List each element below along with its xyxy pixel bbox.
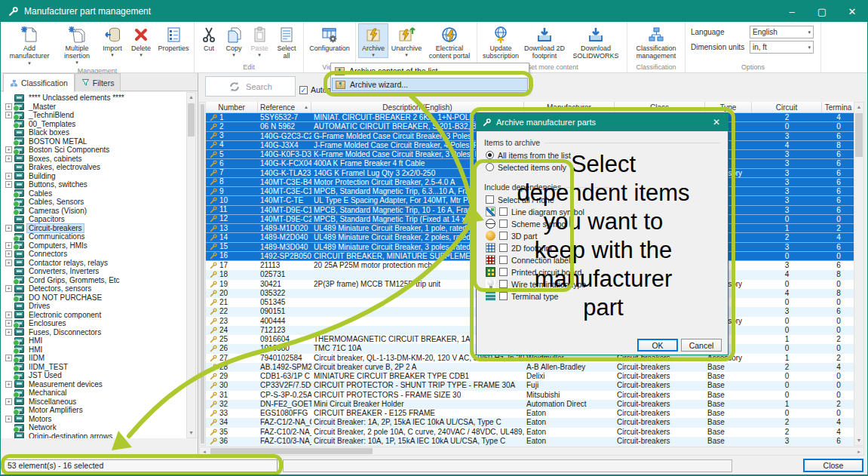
tree-item[interactable]: + Motor Amplifiers (1, 406, 186, 415)
language-select[interactable]: English▾ (750, 26, 814, 38)
close-button[interactable]: Close (803, 459, 863, 472)
table-row[interactable]: 30 CP33V2F/7.5DC CIRCUIT PROTECTOR - SHU… (206, 381, 855, 390)
tree-item[interactable]: + Converters, Inverters (1, 267, 186, 276)
tree-item[interactable]: + Measurement devices (1, 380, 186, 389)
tree-item[interactable]: + Fuses, Disconnectors (1, 328, 186, 337)
grid-vertical-scrollbar[interactable]: ▲ ▼ (854, 102, 864, 446)
expand-toggle[interactable]: + (5, 173, 12, 180)
tab-filters[interactable]: Filters (75, 73, 121, 91)
tree-item[interactable]: + HMI (1, 345, 186, 355)
archive-button[interactable]: Archive ▾ (358, 23, 388, 58)
update-subscription-button[interactable]: Update subscription (480, 23, 522, 60)
tree-item[interactable]: + Detectors, sensors (1, 284, 186, 293)
tree-item[interactable]: + Circuit-breakers (1, 224, 186, 233)
tree-item[interactable]: + Cord Grips, Grommets, Etc (1, 276, 186, 285)
expand-toggle[interactable]: + (5, 103, 12, 110)
cancel-button[interactable]: Cancel (681, 339, 722, 352)
tree-item[interactable]: + _Master (1, 103, 186, 112)
tree-item[interactable]: + **** Unclassed elements **** (1, 94, 186, 103)
tree-item[interactable]: + HMI (1, 336, 186, 345)
tree-item[interactable]: + IIDM (1, 354, 186, 363)
add-manufacturer-part-button[interactable]: Add manufacturer part ▾ (3, 23, 56, 66)
menu-item-archive-content[interactable]: Archive content of the list (332, 64, 528, 78)
menu-item-archive-wizard[interactable]: Archive wizard... (332, 78, 528, 91)
table-row[interactable]: 36 FAZ-C10/3-NA_G... Circuit Breaker: 10… (206, 437, 855, 446)
tree-item[interactable]: + Mechanical (1, 388, 186, 398)
configuration-button[interactable]: Configuration (306, 23, 353, 53)
tree-item[interactable]: + Electronic component (1, 311, 186, 320)
expand-toggle[interactable]: + (5, 225, 12, 232)
expand-toggle[interactable]: + (5, 146, 12, 153)
expand-toggle[interactable]: + (5, 112, 12, 118)
tree-item[interactable]: + Buttons, switches (1, 180, 186, 189)
tree-item[interactable]: + Origin-destination arrows (1, 432, 186, 439)
column-header-circuit[interactable]: Circuit (752, 102, 822, 112)
expand-toggle[interactable]: + (5, 355, 12, 361)
copy-button[interactable]: Copy ▾ (221, 23, 247, 58)
expand-toggle[interactable]: + (5, 250, 12, 257)
table-row[interactable]: 34 FAZ-C1/2-NA_GOET Circuit Breaker: 1A,… (206, 418, 855, 427)
delete-button[interactable]: Delete ▾ (127, 23, 155, 58)
unarchive-button[interactable]: Unarchive ▾ (388, 23, 425, 58)
expand-toggle[interactable]: + (5, 320, 12, 327)
column-header-number[interactable]: Number (206, 102, 258, 112)
tree-item[interactable]: + Brakes, electrovalves (1, 163, 186, 172)
download-solidworks-3d-part-button[interactable]: Download SOLIDWORKS 3D part (567, 23, 624, 61)
table-row[interactable]: 33 EGS1080FFG CIRCUIT BREAKER - E125 FRA… (206, 409, 855, 418)
expand-toggle[interactable]: + (5, 312, 12, 318)
tree-item[interactable]: + _TechniBlend (1, 111, 186, 120)
table-row[interactable]: 29 CDB1-63/1P C 25A MINIATURE CIRCUIT BR… (206, 372, 855, 381)
tree-item[interactable]: + Boston Sci Components (1, 146, 186, 155)
expand-toggle[interactable]: + (5, 329, 12, 336)
download-2d-footprint-button[interactable]: Download 2D footprint (522, 23, 567, 60)
tree-item[interactable]: + Connectors (1, 250, 186, 259)
column-header-manufacturer[interactable]: Manufacturer (524, 102, 615, 112)
tree-item[interactable]: + Cameras (Vision) (1, 207, 186, 216)
classification-management-button[interactable]: Classification management (630, 23, 682, 60)
search-button[interactable]: Search (205, 76, 296, 97)
table-row[interactable]: 31 CP-S-3P-0.25A CIRCUIT PROTECTORS - FR… (206, 391, 855, 400)
table-row[interactable]: 28 AB.1492-SPM2B020 Circuit breaker curv… (206, 363, 855, 372)
expand-toggle[interactable]: + (5, 381, 12, 388)
import-button[interactable]: Import ▾ (98, 23, 127, 58)
maximize-button[interactable]: ▢ (807, 1, 837, 22)
tree-item[interactable]: + BOSTON METAL (1, 137, 186, 146)
tree-item[interactable]: + Boxes, cabinets (1, 155, 186, 164)
column-header-description[interactable]: Description (English) (311, 102, 524, 112)
ok-button[interactable]: OK (637, 339, 678, 352)
column-header-type[interactable]: Type (705, 102, 752, 112)
column-header-reference[interactable]: Reference▲ (258, 102, 311, 112)
grid-horizontal-scrollbar[interactable]: ◂ ▸ (199, 447, 864, 456)
expand-toggle[interactable]: + (5, 181, 12, 188)
tree-item[interactable]: + Cables, Sensors (1, 198, 186, 207)
tab-classification[interactable]: Classification (3, 73, 75, 92)
tree-item[interactable]: + 00_Templates (1, 120, 186, 129)
tree-item[interactable]: + Drives (1, 302, 186, 311)
table-row[interactable]: 32 DN-FE2_GOET Mini Circuit Breaker Hold… (206, 400, 855, 409)
properties-button[interactable]: Properties (155, 23, 192, 53)
tree-item[interactable]: + Building (1, 172, 186, 181)
tree-item[interactable]: + IIDM_TEST (1, 363, 186, 372)
expand-toggle[interactable]: + (5, 398, 12, 405)
tree-item[interactable]: + Cables (1, 189, 186, 198)
multiple-insertion-button[interactable]: Multiple insertion ▾ (56, 23, 98, 66)
expand-toggle[interactable]: + (5, 242, 12, 249)
dimension-units-select[interactable]: in, ft▾ (750, 41, 814, 54)
dialog-close-icon[interactable]: ✕ (705, 117, 728, 127)
tree-item[interactable]: + Communications (1, 232, 186, 241)
tree-item[interactable]: + Miscellaneous (1, 398, 186, 407)
tree-item[interactable]: + Motors (1, 415, 186, 424)
electrical-content-portal-button[interactable]: Electrical content portal (425, 23, 474, 60)
tree-item[interactable]: + Capacitors (1, 215, 186, 224)
tree-item[interactable]: + Black boxes (1, 128, 186, 137)
expand-toggle[interactable]: + (5, 259, 12, 266)
column-header-terminal[interactable]: Termina (822, 102, 855, 112)
tree-item[interactable]: + JST Used (1, 371, 186, 380)
expand-toggle[interactable]: + (5, 416, 12, 422)
column-header-class[interactable]: Class (615, 102, 705, 112)
tree-item[interactable]: + DO NOT PURCHASE (1, 293, 186, 302)
close-window-button[interactable]: ✕ (837, 1, 867, 22)
select-all-button[interactable]: Select all (272, 23, 301, 60)
table-row[interactable]: 35 FAZ-C10/2-NA_G... Circuit Breaker, 2 … (206, 428, 855, 437)
tree-item[interactable]: + Computers, HMIs (1, 241, 186, 250)
